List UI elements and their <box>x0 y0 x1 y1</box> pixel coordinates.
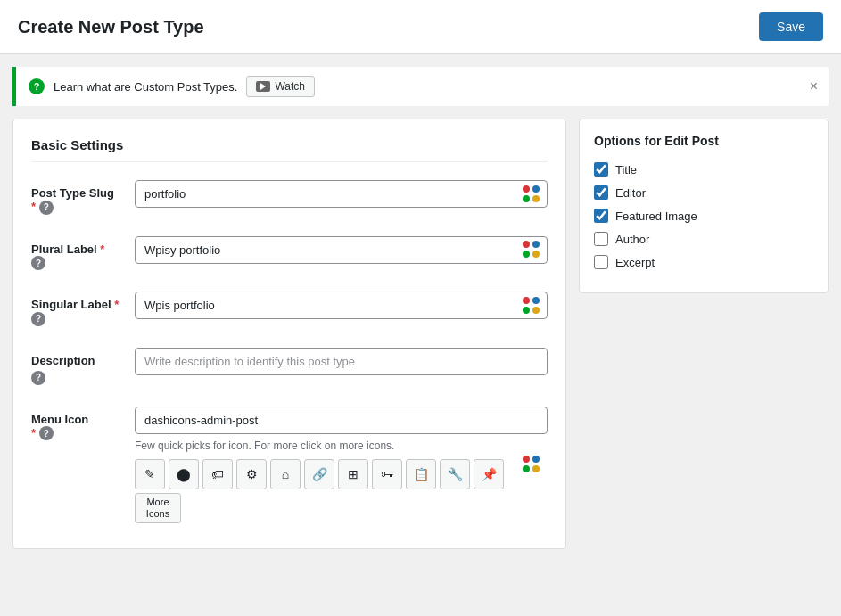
author-checkbox[interactable] <box>594 232 608 246</box>
plural-label-row: Plural Label * ? <box>31 236 548 271</box>
icon-tag[interactable]: 🏷 <box>202 459 233 489</box>
watch-button[interactable]: Watch <box>246 76 315 97</box>
icon-wrench[interactable]: 🔧 <box>440 459 470 489</box>
color-icon-singular <box>523 297 540 315</box>
color-yellow <box>532 307 540 314</box>
color-blue <box>532 456 540 463</box>
menu-icon-help-icon[interactable]: ? <box>39 426 54 440</box>
singular-label-wrapper <box>135 292 548 319</box>
color-red <box>523 456 530 463</box>
checkbox-excerpt: Excerpt <box>594 255 813 269</box>
color-yellow <box>532 251 540 258</box>
color-green <box>523 195 530 202</box>
author-checkbox-label[interactable]: Author <box>615 233 649 246</box>
main-content: Basic Settings Post Type Slug * ? <box>0 106 841 562</box>
icon-key[interactable]: 🗝 <box>372 459 402 489</box>
checkbox-title: Title <box>594 162 813 177</box>
plural-label-input[interactable] <box>135 236 548 264</box>
icon-picker: ✎ ⬤ 🏷 ⚙ ⌂ 🔗 ⊞ 🗝 📋 🔧 📌 MoreIcons <box>135 459 548 523</box>
play-icon <box>256 81 270 92</box>
menu-icon-label: Menu Icon * ? <box>31 407 120 441</box>
color-red <box>523 241 530 248</box>
plural-label-help-icon[interactable]: ? <box>31 256 45 270</box>
watch-label: Watch <box>275 80 305 93</box>
color-red <box>523 297 530 304</box>
description-help-icon[interactable]: ? <box>31 371 45 385</box>
post-type-slug-help-icon[interactable]: ? <box>39 201 54 215</box>
more-icons-button[interactable]: MoreIcons <box>135 493 181 523</box>
description-label: Description ? <box>31 348 120 385</box>
plural-label-label: Plural Label * ? <box>31 236 120 271</box>
menu-icon-input[interactable] <box>135 407 548 434</box>
icon-link[interactable]: 🔗 <box>304 459 334 489</box>
required-star-menu: * <box>31 426 36 439</box>
singular-label-label: Singular Label * ? <box>31 292 120 326</box>
singular-label-help-icon[interactable]: ? <box>31 312 45 326</box>
menu-icon-wrapper: Few quick picks for icon. For more click… <box>135 407 548 523</box>
save-button[interactable]: Save <box>759 12 823 41</box>
editor-checkbox[interactable] <box>594 185 608 200</box>
notice-bar: ? Learn what are Custom Post Types. Watc… <box>12 67 829 106</box>
color-icon-menu <box>523 456 540 473</box>
icon-pin[interactable]: 📌 <box>474 459 504 489</box>
icon-pencil[interactable]: ✎ <box>135 459 165 489</box>
more-icons-label: MoreIcons <box>146 497 169 520</box>
singular-label-row: Singular Label * ? <box>31 292 548 326</box>
options-panel: Options for Edit Post Title Editor Featu… <box>579 119 829 293</box>
singular-label-input[interactable] <box>135 292 548 319</box>
post-type-slug-label: Post Type Slug * ? <box>31 180 120 215</box>
notice-close-button[interactable]: × <box>810 79 818 94</box>
post-type-slug-row: Post Type Slug * ? <box>31 180 548 215</box>
featured-image-checkbox-label[interactable]: Featured Image <box>615 209 697 223</box>
icon-circle[interactable]: ⬤ <box>169 459 199 489</box>
color-red <box>523 185 530 193</box>
icon-home[interactable]: ⌂ <box>270 459 301 489</box>
menu-icon-row: Menu Icon * ? Few quick picks for icon. … <box>31 407 548 523</box>
title-checkbox-label[interactable]: Title <box>615 163 637 177</box>
page-title: Create New Post Type <box>18 17 204 37</box>
color-green <box>523 465 530 472</box>
featured-image-checkbox[interactable] <box>594 209 608 223</box>
basic-settings-panel: Basic Settings Post Type Slug * ? <box>12 119 566 549</box>
icon-settings[interactable]: ⚙ <box>236 459 267 489</box>
basic-settings-title: Basic Settings <box>31 137 548 162</box>
editor-checkbox-label[interactable]: Editor <box>615 186 646 200</box>
options-panel-title: Options for Edit Post <box>594 134 813 148</box>
description-input[interactable] <box>135 348 548 375</box>
icon-hint: Few quick picks for icon. For more click… <box>135 439 548 452</box>
checkbox-featured-image: Featured Image <box>594 209 813 223</box>
checkbox-author: Author <box>594 232 813 246</box>
plural-label-wrapper <box>135 236 548 264</box>
post-type-slug-wrapper <box>135 180 548 208</box>
color-icon-plural <box>523 241 540 259</box>
description-row: Description ? <box>31 348 548 385</box>
checkbox-editor: Editor <box>594 185 813 200</box>
required-star-singular: * <box>114 298 119 311</box>
excerpt-checkbox[interactable] <box>594 255 608 269</box>
required-star-plural: * <box>100 242 104 256</box>
color-green <box>523 307 530 314</box>
notice-text: Learn what are Custom Post Types. <box>54 80 237 94</box>
icon-network[interactable]: ⊞ <box>338 459 368 489</box>
description-wrapper <box>135 348 548 375</box>
required-star: * <box>31 200 36 213</box>
color-blue <box>532 185 540 193</box>
notice-icon: ? <box>29 78 45 94</box>
color-yellow <box>532 465 540 472</box>
top-bar: Create New Post Type Save <box>0 0 841 54</box>
color-icon <box>523 185 540 203</box>
excerpt-checkbox-label[interactable]: Excerpt <box>615 256 655 269</box>
color-blue <box>532 297 540 304</box>
color-blue <box>532 241 540 248</box>
icon-clipboard[interactable]: 📋 <box>406 459 436 489</box>
title-checkbox[interactable] <box>594 162 608 177</box>
color-yellow <box>532 195 540 202</box>
post-type-slug-input[interactable] <box>135 180 548 208</box>
color-green <box>523 251 530 258</box>
